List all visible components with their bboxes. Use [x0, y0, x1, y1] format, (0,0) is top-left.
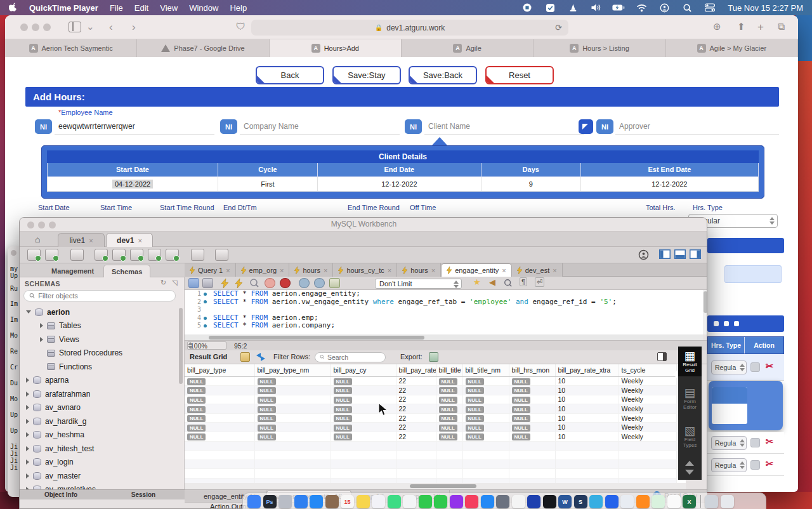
back-icon[interactable]: ‹ [109, 21, 113, 34]
find-icon[interactable] [504, 279, 513, 288]
grid-cell[interactable]: Weekly [619, 376, 676, 386]
volume-icon[interactable] [589, 3, 602, 13]
grid-cell[interactable]: NULL [254, 413, 331, 423]
sql-horizontal-scrollbar[interactable] [185, 334, 703, 340]
close-tab-icon[interactable]: × [553, 267, 556, 274]
grid-cell[interactable]: NULL [436, 395, 462, 404]
grid-column-bill_title[interactable]: bill_title [436, 364, 462, 376]
tree-item-functions[interactable]: Functions [20, 360, 180, 374]
grid-cell[interactable] [185, 479, 254, 483]
hrs-type-row-select[interactable]: Regula [711, 360, 747, 374]
grid-cell[interactable] [436, 479, 462, 483]
dock-icon-trash[interactable] [721, 495, 734, 508]
schema-filter-input[interactable] [23, 290, 176, 301]
grid-cell[interactable]: NULL [462, 395, 509, 404]
query-tab-dev_est[interactable]: dev_est× [512, 263, 563, 277]
grid-cell[interactable] [436, 469, 462, 479]
stop-icon[interactable] [265, 278, 275, 288]
grid-cell[interactable] [555, 469, 619, 479]
grid-cell[interactable] [254, 459, 331, 469]
filter-objects-input[interactable] [38, 292, 170, 300]
menu-window[interactable]: Window [189, 3, 218, 13]
grid-cell[interactable]: NULL [436, 376, 462, 386]
explain-icon[interactable] [249, 278, 259, 288]
grid-cell[interactable]: 22 [396, 395, 436, 404]
grid-cell[interactable] [509, 469, 555, 479]
invisible-chars-icon[interactable]: ¶ [520, 277, 527, 286]
grid-cell[interactable]: 10 [555, 423, 619, 432]
grid-cell[interactable]: NULL [462, 404, 509, 414]
tree-item-arafatrahman[interactable]: arafatrahman [20, 387, 180, 401]
grid-cell[interactable] [436, 441, 462, 451]
grid-cell[interactable] [619, 479, 676, 483]
connection-tab-dev1[interactable]: dev1× [106, 233, 153, 247]
grid-cell[interactable] [509, 441, 555, 451]
employee-name-input[interactable]: eewqwtwrrterrwerqwer [58, 122, 135, 131]
grid-cell[interactable] [462, 459, 509, 469]
grid-cell[interactable]: NULL [436, 413, 462, 423]
screen-record-icon[interactable] [521, 3, 534, 13]
grid-cell[interactable] [555, 441, 619, 451]
minimize-window-button[interactable] [32, 23, 39, 31]
rollback-icon[interactable] [314, 278, 325, 288]
grid-cell[interactable] [462, 479, 509, 483]
mini-icon-3[interactable] [734, 321, 739, 326]
beautify-icon[interactable]: ◀ [489, 277, 495, 287]
bottom-tab-session[interactable]: Session [102, 490, 185, 499]
grid-cell[interactable] [254, 451, 331, 460]
hrs-type-row-select[interactable]: Regula [711, 458, 747, 472]
grid-cell[interactable]: NULL [462, 432, 509, 442]
grid-cell[interactable] [396, 469, 436, 479]
grid-cell[interactable]: 22 [396, 386, 436, 395]
row-checkbox[interactable] [750, 362, 760, 372]
chevron-right-icon[interactable] [26, 378, 29, 383]
query-tab-query-1[interactable]: Query 1× [185, 263, 236, 277]
grid-cell[interactable]: 22 [396, 432, 436, 442]
chevron-right-icon[interactable] [26, 432, 29, 437]
grid-cell[interactable]: NULL [254, 423, 331, 432]
grid-cell[interactable]: NULL [254, 404, 331, 414]
account-icon[interactable] [638, 249, 649, 263]
grid-cell[interactable] [555, 459, 619, 469]
grid-cell[interactable] [396, 479, 436, 483]
toggle-autocommit-icon[interactable] [329, 278, 340, 288]
grid-cell[interactable]: 22 [396, 404, 436, 414]
row-limit-select[interactable]: Don't Limit [375, 279, 462, 289]
refresh-schemas-icon[interactable]: ↻ [160, 279, 166, 287]
browser-tab-hours-listing[interactable]: AHours > Listing [534, 39, 665, 57]
inspector-icon[interactable] [70, 249, 84, 261]
search-icon[interactable] [191, 249, 204, 261]
dock-icon-word[interactable]: W [558, 495, 572, 508]
grid-cell[interactable] [331, 451, 396, 460]
grid-column-bill_pay_type[interactable]: bill_pay_type [185, 364, 254, 376]
reset-button[interactable]: Reset [485, 66, 554, 84]
menu-file[interactable]: File [110, 3, 123, 13]
grid-cell[interactable] [396, 441, 436, 451]
grid-cell[interactable]: NULL [509, 395, 555, 404]
chevron-down-icon[interactable] [26, 310, 31, 314]
dock-icon-system-settings[interactable] [496, 495, 509, 508]
forward-icon[interactable]: › [132, 21, 136, 34]
dock-icon-pages[interactable] [667, 495, 681, 508]
open-file-icon[interactable] [188, 278, 199, 288]
row-checkbox[interactable] [750, 438, 760, 447]
company-name-input[interactable]: Company Name [244, 122, 299, 131]
execute-current-icon[interactable] [235, 279, 242, 288]
dock-icon-terminal[interactable] [543, 495, 556, 508]
grid-cell[interactable]: NULL [436, 404, 462, 414]
dock-icon-contacts[interactable] [325, 495, 339, 508]
dock-icon-brave[interactable] [620, 495, 634, 508]
back-button[interactable]: Back [256, 66, 324, 84]
browser-tab-agile-my-glacier[interactable]: AAgile > My Glacier [666, 39, 798, 57]
bottom-tab-object-info[interactable]: Object Info [20, 490, 102, 499]
privacy-shield-icon[interactable]: 🛡 [236, 21, 246, 32]
grid-cell[interactable] [619, 469, 676, 479]
tree-item-views[interactable]: Views [20, 333, 180, 347]
grid-cell[interactable] [619, 459, 676, 469]
menu-edit[interactable]: Edit [134, 3, 148, 13]
close-tab-icon[interactable]: × [388, 267, 391, 274]
dock-icon-slack[interactable]: S [574, 495, 587, 508]
grid-cell[interactable]: 10 [555, 376, 619, 386]
grid-cell[interactable]: Weekly [619, 423, 676, 432]
dock-icon-vlc[interactable] [636, 495, 650, 508]
